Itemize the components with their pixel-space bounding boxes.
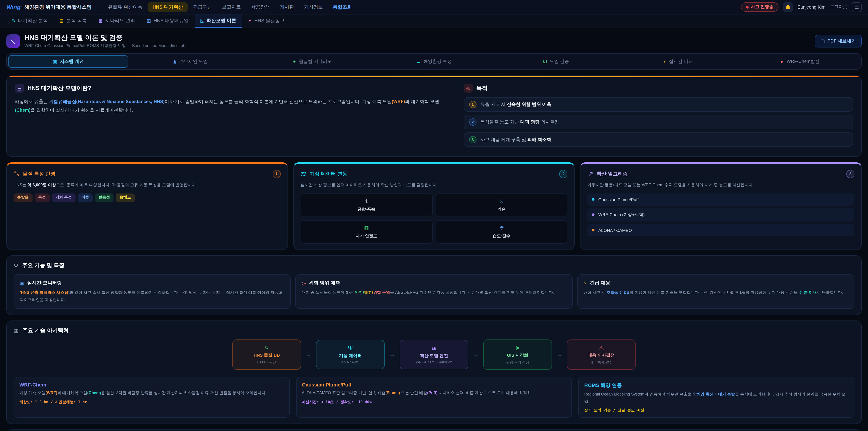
purpose-item: 1 유출 사고 시 신속한 위험 범위 예측 — [464, 97, 853, 112]
model-roms: ROMS 해양 연동 Regional Ocean Modeling Syste… — [579, 377, 855, 418]
topbar-right: 사고 진행중 Eunjeong Kim 로그아웃 ☰ — [741, 2, 862, 12]
property-tags: 증발율 독성 기화 특성 비중 반응성 용해도 — [13, 193, 281, 202]
pill-realtime-comparison[interactable]: ⚡실시간 비교 — [618, 55, 738, 68]
tab-analysis-list[interactable]: ▤분석 목록 — [54, 14, 92, 28]
model-cards-row: ✎ 물질 특성 반영 1 HNS는 약 6,000종 이상으로, 종류가 매우 … — [6, 162, 862, 250]
nav-board[interactable]: 게시판 — [275, 2, 299, 12]
card-header: ↗ 확산 알고리즘 3 — [587, 170, 855, 178]
tag-toxicity: 독성 — [35, 193, 50, 202]
intro-paragraph: 해상에서 유출된 위험유해물질(Hazardous & Noxious Subs… — [15, 97, 451, 114]
purpose-item: 2 독성물질 농도 기반 대피 명령 의사결정 — [464, 115, 853, 129]
tab-hns-manual[interactable]: ▥HNS 대응매뉴얼 — [141, 14, 194, 28]
purpose-title: 목적 — [476, 84, 488, 92]
nav-hns-atmospheric[interactable]: HNS·대기확산 — [148, 2, 187, 12]
nav-oil-spill-forecast[interactable]: 유출유 확산예측 — [103, 2, 147, 12]
pill-wrfchem-evolution[interactable]: ➤WRF-Chem발전 — [740, 55, 860, 68]
model-stat: 해상도: 1~3 km / 시간분해능: 1 hr — [20, 400, 284, 405]
feature-body: 해상 사고 시 조화상수 DB를 이용한 빠른 예측 기술을 포함합니다. 사전… — [583, 289, 848, 297]
tag-specific-gravity: 비중 — [78, 193, 93, 202]
nav-aerial-search[interactable]: 항공탐색 — [246, 2, 274, 12]
purpose-column: ◎ 목적 1 유출 사고 시 신속한 위험 범위 예측 2 독성물질 농도 기반… — [464, 84, 853, 150]
nav-reports[interactable]: 보고자료 — [217, 2, 246, 12]
architecture-title: 주요 기술 아키텍처 — [22, 327, 69, 335]
weather-data-card: ≋ 기상 데이터 연동 2 실시간 기상 정보를 입력 데이터로 사용하여 확산… — [293, 162, 575, 250]
feature-body: 'HNS 유출 블랙박스 시스템'과 같이 사고 즉시 확산 방향과 농도를 예… — [20, 289, 285, 304]
pencil-icon: ✎ — [12, 18, 16, 23]
sub-tabbar: ✎대기확산 분석 ▤분석 목록 ▣시나리오 관리 ▥HNS 대응매뉴얼 ◺확산모… — [0, 14, 868, 28]
tab-hns-substance-info[interactable]: ✦HNS 물질정보 — [243, 14, 290, 28]
arrow-icon: → — [557, 351, 562, 358]
flask-icon: ✦ — [292, 59, 296, 64]
weather-tile-grid: ✳ 풍향·풍속 ♨ 기온 ▥ 대기 안정도 ☂ 습도·강수 — [301, 193, 567, 244]
page-content: ◺ HNS 대기확산 모델 이론 및 검증 WRF-Chem·Gaussian … — [0, 28, 868, 431]
wing-logo[interactable]: Wing — [6, 4, 21, 10]
folder-icon: ▣ — [98, 18, 103, 23]
intro-section: ▤ HNS 대기확산 모델이란? 해상에서 유출된 위험유해물질(Hazardo… — [6, 75, 862, 157]
app-title: 해양환경 위기대응 통합시스템 — [24, 4, 92, 10]
card-description: 실시간 기상 정보를 입력 데이터로 사용하여 확산 방향과 속도를 결정합니다… — [301, 182, 567, 189]
wind-icon: ≋ — [432, 345, 436, 352]
card-description: 가우시안 플룸/퍼프 모델 또는 WRF-Chem 수치 모델을 사용하여 대기… — [587, 182, 855, 189]
model-stat: 계산시간: < 10초 / 정확도: ±10~40% — [302, 400, 566, 405]
nav-weather-info[interactable]: 기상정보 — [300, 2, 328, 12]
list-item: WRF-Chem (기상+화학) — [587, 208, 855, 221]
top-navbar: Wing 해양환경 위기대응 통합시스템 유출유 확산예측 HNS·대기확산 긴… — [0, 0, 868, 14]
tag-solubility: 용해도 — [116, 193, 135, 202]
page-header-ruler-icon: ◺ — [6, 34, 20, 48]
pdf-export-button[interactable]: ❏PDF 내보내기 — [815, 35, 862, 48]
pill-gaussian-model[interactable]: ◉가우시안 모델 — [130, 55, 250, 68]
pill-system-overview[interactable]: ▣시스템 개요 — [8, 55, 128, 68]
model-descriptions-row: WRF-Chem 기상 예측 모델(WRF)과 대기화학 모델(Chem)을 결… — [13, 377, 855, 418]
incident-status-badge[interactable]: 사고 진행중 — [741, 2, 778, 12]
algorithm-list: Gaussian Plume/Puff WRF-Chem (기상+화학) ALO… — [587, 193, 855, 237]
algorithm-card: ↗ 확산 알고리즘 3 가우시안 플룸/퍼프 모델 또는 WRF-Chem 수치… — [580, 162, 862, 250]
intro-title: HNS 대기확산 모델이란? — [28, 84, 91, 92]
antenna-icon: Ψ — [348, 345, 353, 352]
features-section: ⚙ 주요 기능 및 특징 ◉ 실시간 모니터링 'HNS 유출 블랙박스 시스템… — [6, 255, 862, 315]
rocket-icon: ➤ — [780, 59, 784, 64]
substance-properties-card: ✎ 물질 특성 반영 1 HNS는 약 6,000종 이상으로, 종류가 매우 … — [6, 162, 288, 250]
purpose-number-badge: 3 — [469, 136, 476, 143]
tab-model-theory[interactable]: ◺확산모델 이론 — [195, 14, 242, 28]
notification-bell-button[interactable] — [783, 2, 793, 12]
lightning-icon: ⚡ — [583, 280, 587, 286]
tab-diffusion-analysis[interactable]: ✎대기확산 분석 — [6, 14, 53, 28]
wind-speed-icon: ✳ — [364, 198, 368, 204]
list-icon: ▤ — [60, 18, 64, 23]
intro-title-row: ▤ HNS 대기확산 모델이란? — [15, 84, 451, 93]
tab-scenario-management[interactable]: ▣시나리오 관리 — [93, 14, 141, 28]
model-gaussian: Gaussian Plume/Puff ALOHA/CAMEO 표준 알고리즘 … — [296, 377, 572, 418]
ruler-icon: ◺ — [200, 18, 204, 23]
droplet-icon: ☂ — [499, 225, 504, 231]
nav-integrated-search[interactable]: 통합조회 — [329, 2, 356, 12]
tag-reactivity: 반응성 — [95, 193, 114, 202]
flow-node-decision: ⚠ 대응 의사결정 대피·방제 결정 — [567, 340, 636, 370]
flow-node-substance-db: ✎ HNS 물질 DB 6,000+ 물질 — [232, 340, 301, 370]
bullet-icon — [592, 214, 595, 216]
wind-icon: ≋ — [301, 170, 307, 178]
hamburger-menu-button[interactable]: ☰ — [852, 2, 862, 12]
pill-ocean-correction[interactable]: ☁해양환경 보정 — [374, 55, 494, 68]
feature-monitoring: ◉ 실시간 모니터링 'HNS 유출 블랙박스 시스템'과 같이 사고 즉시 확… — [13, 274, 291, 309]
check-icon: ☑ — [543, 59, 547, 64]
card-header: ≋ 기상 데이터 연동 2 — [301, 170, 567, 178]
target-icon: ◎ — [464, 84, 473, 93]
model-name: Gaussian Plume/Puff — [302, 382, 566, 388]
pill-substance-scenarios[interactable]: ✦물질별 시나리오 — [252, 55, 372, 68]
bell-icon — [785, 4, 790, 10]
pill-model-validation[interactable]: ☑모델 검증 — [496, 55, 616, 68]
logout-button[interactable]: 로그아웃 — [830, 4, 847, 10]
tile-temperature: ♨ 기온 — [436, 193, 567, 217]
tile-wind: ✳ 풍향·풍속 — [301, 193, 432, 217]
step-number-badge: 1 — [272, 170, 281, 178]
incident-dot-icon — [746, 6, 748, 8]
lightning-icon: ⚡ — [663, 59, 666, 64]
card-title: 확산 알고리즘 — [597, 171, 628, 177]
target-icon: ◎ — [302, 280, 306, 286]
nav-emergency-rescue[interactable]: 긴급구난 — [188, 2, 217, 12]
feature-risk-range: ◎ 위험 범위 예측 대기 중 독성물질 농도에 따른 안전/경고/위험 구역을… — [296, 274, 573, 309]
satellite-icon: ◉ — [20, 280, 24, 286]
target-icon: ◉ — [173, 59, 177, 64]
thermometer-icon: ♨ — [499, 198, 504, 204]
alert-icon: ⚠ — [598, 345, 604, 351]
